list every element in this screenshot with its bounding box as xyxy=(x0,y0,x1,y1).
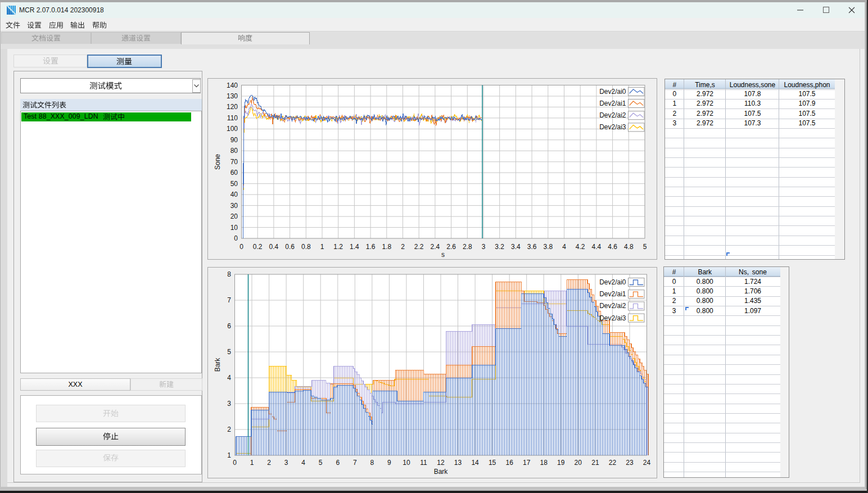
svg-text:3: 3 xyxy=(284,459,288,467)
svg-text:4: 4 xyxy=(562,243,566,251)
svg-text:14: 14 xyxy=(471,459,479,467)
svg-text:6: 6 xyxy=(227,322,231,330)
svg-text:50: 50 xyxy=(230,180,238,188)
svg-text:4.2: 4.2 xyxy=(576,243,585,251)
svg-text:4: 4 xyxy=(227,374,231,382)
svg-text:0: 0 xyxy=(234,234,238,242)
svg-text:19: 19 xyxy=(557,459,565,467)
svg-text:20: 20 xyxy=(230,212,238,220)
svg-text:Dev2/ai1: Dev2/ai1 xyxy=(599,290,626,298)
svg-text:8: 8 xyxy=(227,270,231,278)
svg-text:30: 30 xyxy=(230,202,238,210)
svg-text:22: 22 xyxy=(609,459,617,467)
svg-text:8: 8 xyxy=(370,459,374,467)
svg-text:1: 1 xyxy=(227,451,231,459)
svg-text:40: 40 xyxy=(230,191,238,198)
svg-text:2.2: 2.2 xyxy=(414,243,424,251)
svg-text:3.4: 3.4 xyxy=(511,243,521,251)
svg-text:130: 130 xyxy=(227,92,238,100)
svg-text:Sone: Sone xyxy=(214,154,221,170)
svg-text:Dev2/ai2: Dev2/ai2 xyxy=(599,302,626,310)
svg-text:2.8: 2.8 xyxy=(463,243,472,251)
svg-text:10: 10 xyxy=(403,459,410,467)
svg-text:Dev2/ai1: Dev2/ai1 xyxy=(599,99,626,107)
svg-text:4.4: 4.4 xyxy=(592,243,602,251)
svg-text:1: 1 xyxy=(320,243,324,251)
svg-text:70: 70 xyxy=(230,158,238,166)
svg-text:23: 23 xyxy=(626,459,634,467)
svg-text:17: 17 xyxy=(523,459,531,467)
svg-text:5: 5 xyxy=(227,348,231,356)
svg-text:21: 21 xyxy=(591,459,599,467)
svg-text:20: 20 xyxy=(575,459,582,467)
svg-text:s: s xyxy=(441,251,445,259)
svg-text:10: 10 xyxy=(230,224,238,232)
svg-text:100: 100 xyxy=(227,125,238,133)
svg-text:2: 2 xyxy=(227,426,231,433)
svg-text:120: 120 xyxy=(227,103,238,111)
svg-text:1.2: 1.2 xyxy=(333,243,343,251)
svg-text:3.8: 3.8 xyxy=(543,243,553,251)
svg-text:2.4: 2.4 xyxy=(431,243,440,251)
svg-text:5: 5 xyxy=(319,459,323,467)
svg-text:0.4: 0.4 xyxy=(269,243,279,251)
svg-text:Bark: Bark xyxy=(434,468,449,476)
svg-text:1: 1 xyxy=(250,459,254,467)
svg-text:140: 140 xyxy=(227,82,238,89)
svg-text:3: 3 xyxy=(227,400,231,408)
svg-text:9: 9 xyxy=(387,459,391,467)
svg-text:Dev2/ai2: Dev2/ai2 xyxy=(599,111,626,119)
svg-text:0.8: 0.8 xyxy=(301,243,311,251)
svg-text:5: 5 xyxy=(643,243,647,251)
svg-text:90: 90 xyxy=(230,136,238,144)
svg-text:4.6: 4.6 xyxy=(608,243,617,251)
svg-text:0.2: 0.2 xyxy=(253,243,263,251)
svg-text:3.2: 3.2 xyxy=(495,243,504,251)
svg-text:18: 18 xyxy=(540,459,548,467)
svg-text:3: 3 xyxy=(482,243,486,251)
svg-text:110: 110 xyxy=(227,114,238,122)
svg-text:Dev2/ai0: Dev2/ai0 xyxy=(599,278,626,286)
svg-text:60: 60 xyxy=(230,169,238,177)
svg-text:6: 6 xyxy=(336,459,340,467)
svg-text:15: 15 xyxy=(489,459,496,467)
svg-text:Dev2/ai0: Dev2/ai0 xyxy=(599,88,626,96)
svg-text:2.6: 2.6 xyxy=(446,243,456,251)
svg-text:7: 7 xyxy=(227,296,231,304)
svg-text:3.6: 3.6 xyxy=(527,243,537,251)
svg-text:4: 4 xyxy=(301,459,305,467)
svg-text:0: 0 xyxy=(239,243,243,251)
svg-text:1.6: 1.6 xyxy=(366,243,376,251)
svg-text:0.6: 0.6 xyxy=(285,243,295,251)
svg-text:Bark: Bark xyxy=(214,358,221,372)
svg-text:2: 2 xyxy=(401,243,405,251)
svg-text:13: 13 xyxy=(454,459,462,467)
svg-text:2: 2 xyxy=(267,459,271,467)
svg-text:0: 0 xyxy=(233,459,237,467)
svg-text:11: 11 xyxy=(420,459,427,467)
svg-text:16: 16 xyxy=(506,459,514,467)
svg-text:Dev2/ai3: Dev2/ai3 xyxy=(599,123,626,131)
svg-text:4.8: 4.8 xyxy=(624,243,634,251)
svg-text:80: 80 xyxy=(230,147,238,155)
svg-text:12: 12 xyxy=(437,459,445,467)
svg-text:7: 7 xyxy=(353,459,357,467)
svg-text:1.8: 1.8 xyxy=(382,243,391,251)
svg-text:Dev2/ai3: Dev2/ai3 xyxy=(599,314,626,322)
svg-text:24: 24 xyxy=(643,459,651,467)
svg-text:1.4: 1.4 xyxy=(350,243,359,251)
